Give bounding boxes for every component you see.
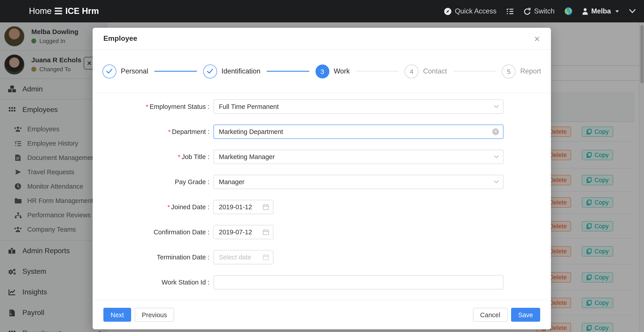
user-menu[interactable]: Melba [582,7,619,15]
field-label: *Department [104,128,214,135]
work-station-id-input[interactable] [214,275,504,289]
employment-status-select[interactable]: Full Time Permanent [214,99,504,114]
compass-icon [444,8,452,15]
hamburger-menu-icon[interactable] [54,8,62,14]
check-icon [102,64,116,78]
step-contact[interactable]: 4 Contact [405,64,447,78]
step-identification[interactable]: Identification [203,64,260,78]
employee-modal: Employee ✕ Personal Identification 3 Wor… [93,28,551,329]
joined-date-picker[interactable]: 2019-01-12 [214,200,274,214]
caret-down-icon [615,10,619,12]
app-brand[interactable]: ICE Hrm [65,0,99,22]
department-input[interactable]: Marketing Department ✕ [214,124,504,139]
termination-date-picker[interactable]: Select date [214,250,274,264]
language-globe-button[interactable] [564,7,572,15]
switch-button[interactable]: Switch [524,7,554,15]
form-stepper: Personal Identification 3 Work 4 Contact [93,50,551,93]
previous-button[interactable]: Previous [135,308,174,322]
step-number: 3 [315,64,329,78]
person-icon [582,8,588,15]
field-label: *Termination Date [104,254,214,261]
job-title-select[interactable]: Marketing Manager [214,150,504,164]
field-label: *Confirmation Date [104,229,214,236]
work-form: *Employment Status Full Time Permanent *… [93,93,551,289]
save-button[interactable]: Save [511,308,540,322]
cancel-button[interactable]: Cancel [473,308,508,322]
switch-refresh-icon [524,8,531,15]
clear-icon[interactable]: ✕ [492,128,499,135]
calendar-icon [263,204,269,210]
modal-footer: Next Previous Cancel Save [93,300,551,329]
check-icon [203,64,217,78]
pay-grade-select[interactable]: Manager [214,175,504,189]
field-label: *Work Station Id [104,279,214,286]
calendar-icon [263,254,269,260]
task-list-button[interactable] [506,8,514,15]
step-personal[interactable]: Personal [102,64,148,78]
step-number: 4 [405,64,419,78]
chevron-down-icon [494,155,499,158]
chevron-down-icon [494,105,499,108]
calendar-icon [263,229,269,235]
modal-title: Employee [104,35,137,43]
navbar-collapse-chevron[interactable] [629,9,636,14]
checklist-icon [506,8,514,15]
step-number: 5 [502,64,516,78]
modal-close-button[interactable]: ✕ [531,33,543,45]
step-work[interactable]: 3 Work [315,64,350,78]
confirmation-date-picker[interactable]: 2019-07-12 [214,225,274,239]
field-label: *Pay Grade [104,178,214,186]
field-label: *Employment Status [104,103,214,110]
top-navbar: Home ICE Hrm Quick Access Switch [0,0,644,22]
chevron-down-icon [494,180,499,184]
step-report[interactable]: 5 Report [502,64,541,78]
chevron-down-icon [629,9,636,14]
field-label: *Job Title [104,153,214,160]
globe-puzzle-icon [564,7,572,15]
next-button[interactable]: Next [104,308,131,322]
field-label: *Joined Date [104,203,214,211]
quick-access-button[interactable]: Quick Access [444,7,496,15]
